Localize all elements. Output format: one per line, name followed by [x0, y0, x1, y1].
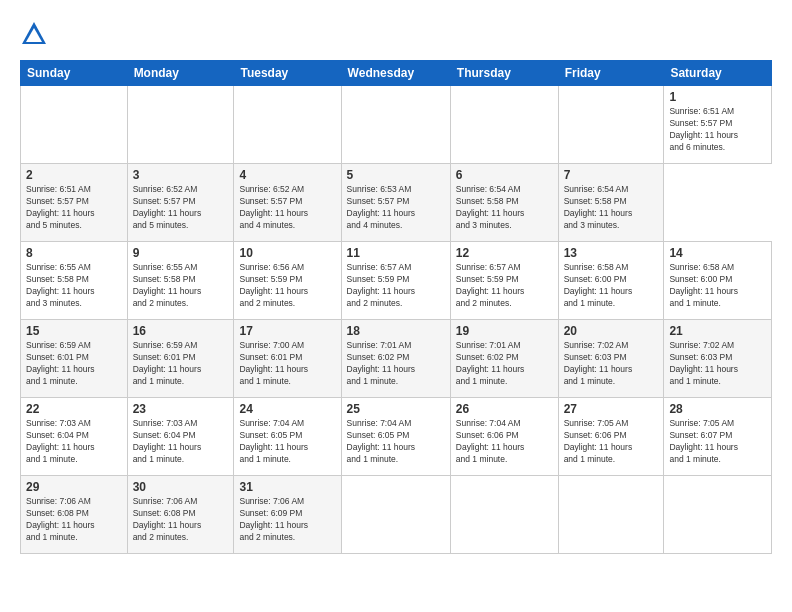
- calendar-header-sunday: Sunday: [21, 61, 128, 86]
- day-info: Sunrise: 6:55 AMSunset: 5:58 PMDaylight:…: [133, 262, 229, 310]
- day-number: 17: [239, 324, 335, 338]
- day-number: 21: [669, 324, 766, 338]
- calendar-header-tuesday: Tuesday: [234, 61, 341, 86]
- day-number: 28: [669, 402, 766, 416]
- day-info: Sunrise: 6:59 AMSunset: 6:01 PMDaylight:…: [26, 340, 122, 388]
- day-info: Sunrise: 7:03 AMSunset: 6:04 PMDaylight:…: [26, 418, 122, 466]
- calendar-cell-day-1: 1Sunrise: 6:51 AMSunset: 5:57 PMDaylight…: [664, 86, 772, 164]
- calendar-cell-day-30: 30Sunrise: 7:06 AMSunset: 6:08 PMDayligh…: [127, 476, 234, 554]
- calendar-week-3: 15Sunrise: 6:59 AMSunset: 6:01 PMDayligh…: [21, 320, 772, 398]
- day-info: Sunrise: 7:04 AMSunset: 6:05 PMDaylight:…: [239, 418, 335, 466]
- calendar-cell-day-10: 10Sunrise: 6:56 AMSunset: 5:59 PMDayligh…: [234, 242, 341, 320]
- day-number: 2: [26, 168, 122, 182]
- day-number: 8: [26, 246, 122, 260]
- calendar-header-saturday: Saturday: [664, 61, 772, 86]
- day-number: 31: [239, 480, 335, 494]
- calendar-cell-day-17: 17Sunrise: 7:00 AMSunset: 6:01 PMDayligh…: [234, 320, 341, 398]
- empty-cell: [234, 86, 341, 164]
- day-number: 30: [133, 480, 229, 494]
- day-info: Sunrise: 7:05 AMSunset: 6:07 PMDaylight:…: [669, 418, 766, 466]
- day-info: Sunrise: 7:00 AMSunset: 6:01 PMDaylight:…: [239, 340, 335, 388]
- day-info: Sunrise: 6:56 AMSunset: 5:59 PMDaylight:…: [239, 262, 335, 310]
- calendar-cell-day-19: 19Sunrise: 7:01 AMSunset: 6:02 PMDayligh…: [450, 320, 558, 398]
- day-number: 29: [26, 480, 122, 494]
- calendar-cell-day-25: 25Sunrise: 7:04 AMSunset: 6:05 PMDayligh…: [341, 398, 450, 476]
- day-number: 13: [564, 246, 659, 260]
- calendar-cell-day-20: 20Sunrise: 7:02 AMSunset: 6:03 PMDayligh…: [558, 320, 664, 398]
- calendar-week-4: 22Sunrise: 7:03 AMSunset: 6:04 PMDayligh…: [21, 398, 772, 476]
- day-info: Sunrise: 7:02 AMSunset: 6:03 PMDaylight:…: [564, 340, 659, 388]
- calendar-header-row: SundayMondayTuesdayWednesdayThursdayFrid…: [21, 61, 772, 86]
- calendar-cell-day-: [558, 476, 664, 554]
- calendar-cell-day-: [341, 476, 450, 554]
- calendar-cell-day-7: 7Sunrise: 6:54 AMSunset: 5:58 PMDaylight…: [558, 164, 664, 242]
- day-info: Sunrise: 6:57 AMSunset: 5:59 PMDaylight:…: [456, 262, 553, 310]
- calendar: SundayMondayTuesdayWednesdayThursdayFrid…: [20, 60, 772, 554]
- day-number: 24: [239, 402, 335, 416]
- day-number: 15: [26, 324, 122, 338]
- calendar-week-1: 2Sunrise: 6:51 AMSunset: 5:57 PMDaylight…: [21, 164, 772, 242]
- calendar-cell-day-14: 14Sunrise: 6:58 AMSunset: 6:00 PMDayligh…: [664, 242, 772, 320]
- empty-cell: [450, 86, 558, 164]
- calendar-week-5: 29Sunrise: 7:06 AMSunset: 6:08 PMDayligh…: [21, 476, 772, 554]
- day-info: Sunrise: 6:53 AMSunset: 5:57 PMDaylight:…: [347, 184, 445, 232]
- header: [20, 20, 772, 48]
- empty-cell: [341, 86, 450, 164]
- calendar-cell-day-2: 2Sunrise: 6:51 AMSunset: 5:57 PMDaylight…: [21, 164, 128, 242]
- calendar-cell-day-23: 23Sunrise: 7:03 AMSunset: 6:04 PMDayligh…: [127, 398, 234, 476]
- calendar-cell-day-8: 8Sunrise: 6:55 AMSunset: 5:58 PMDaylight…: [21, 242, 128, 320]
- day-info: Sunrise: 6:58 AMSunset: 6:00 PMDaylight:…: [669, 262, 766, 310]
- day-info: Sunrise: 7:04 AMSunset: 6:05 PMDaylight:…: [347, 418, 445, 466]
- day-info: Sunrise: 6:54 AMSunset: 5:58 PMDaylight:…: [564, 184, 659, 232]
- calendar-cell-day-24: 24Sunrise: 7:04 AMSunset: 6:05 PMDayligh…: [234, 398, 341, 476]
- day-number: 5: [347, 168, 445, 182]
- day-number: 23: [133, 402, 229, 416]
- calendar-cell-day-: [450, 476, 558, 554]
- calendar-cell-day-15: 15Sunrise: 6:59 AMSunset: 6:01 PMDayligh…: [21, 320, 128, 398]
- calendar-cell-day-28: 28Sunrise: 7:05 AMSunset: 6:07 PMDayligh…: [664, 398, 772, 476]
- calendar-cell-day-9: 9Sunrise: 6:55 AMSunset: 5:58 PMDaylight…: [127, 242, 234, 320]
- logo: [20, 20, 52, 48]
- day-info: Sunrise: 6:52 AMSunset: 5:57 PMDaylight:…: [239, 184, 335, 232]
- day-info: Sunrise: 7:03 AMSunset: 6:04 PMDaylight:…: [133, 418, 229, 466]
- day-info: Sunrise: 6:57 AMSunset: 5:59 PMDaylight:…: [347, 262, 445, 310]
- day-info: Sunrise: 7:02 AMSunset: 6:03 PMDaylight:…: [669, 340, 766, 388]
- day-number: 20: [564, 324, 659, 338]
- calendar-cell-day-3: 3Sunrise: 6:52 AMSunset: 5:57 PMDaylight…: [127, 164, 234, 242]
- day-number: 26: [456, 402, 553, 416]
- day-number: 27: [564, 402, 659, 416]
- calendar-week-2: 8Sunrise: 6:55 AMSunset: 5:58 PMDaylight…: [21, 242, 772, 320]
- calendar-cell-day-13: 13Sunrise: 6:58 AMSunset: 6:00 PMDayligh…: [558, 242, 664, 320]
- day-number: 9: [133, 246, 229, 260]
- calendar-body: 1Sunrise: 6:51 AMSunset: 5:57 PMDaylight…: [21, 86, 772, 554]
- calendar-cell-day-11: 11Sunrise: 6:57 AMSunset: 5:59 PMDayligh…: [341, 242, 450, 320]
- calendar-header-monday: Monday: [127, 61, 234, 86]
- calendar-cell-day-31: 31Sunrise: 7:06 AMSunset: 6:09 PMDayligh…: [234, 476, 341, 554]
- calendar-cell-day-27: 27Sunrise: 7:05 AMSunset: 6:06 PMDayligh…: [558, 398, 664, 476]
- day-info: Sunrise: 7:06 AMSunset: 6:09 PMDaylight:…: [239, 496, 335, 544]
- day-number: 14: [669, 246, 766, 260]
- empty-cell: [127, 86, 234, 164]
- day-info: Sunrise: 6:59 AMSunset: 6:01 PMDaylight:…: [133, 340, 229, 388]
- day-info: Sunrise: 7:01 AMSunset: 6:02 PMDaylight:…: [347, 340, 445, 388]
- day-number: 10: [239, 246, 335, 260]
- empty-cell: [21, 86, 128, 164]
- day-info: Sunrise: 6:55 AMSunset: 5:58 PMDaylight:…: [26, 262, 122, 310]
- page: SundayMondayTuesdayWednesdayThursdayFrid…: [0, 0, 792, 612]
- day-number: 25: [347, 402, 445, 416]
- day-info: Sunrise: 7:06 AMSunset: 6:08 PMDaylight:…: [26, 496, 122, 544]
- empty-cell: [558, 86, 664, 164]
- day-number: 1: [669, 90, 766, 104]
- day-info: Sunrise: 6:58 AMSunset: 6:00 PMDaylight:…: [564, 262, 659, 310]
- day-number: 11: [347, 246, 445, 260]
- calendar-cell-day-26: 26Sunrise: 7:04 AMSunset: 6:06 PMDayligh…: [450, 398, 558, 476]
- day-number: 22: [26, 402, 122, 416]
- day-number: 16: [133, 324, 229, 338]
- day-info: Sunrise: 7:05 AMSunset: 6:06 PMDaylight:…: [564, 418, 659, 466]
- day-info: Sunrise: 7:01 AMSunset: 6:02 PMDaylight:…: [456, 340, 553, 388]
- calendar-header-friday: Friday: [558, 61, 664, 86]
- day-info: Sunrise: 7:04 AMSunset: 6:06 PMDaylight:…: [456, 418, 553, 466]
- day-number: 18: [347, 324, 445, 338]
- day-number: 4: [239, 168, 335, 182]
- day-number: 12: [456, 246, 553, 260]
